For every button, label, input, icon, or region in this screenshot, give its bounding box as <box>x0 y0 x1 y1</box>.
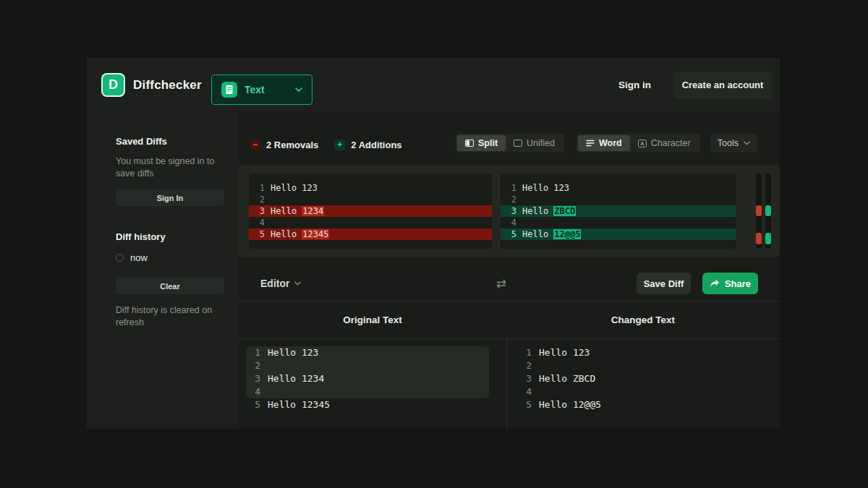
split-icon <box>465 140 474 147</box>
character-diff-button[interactable]: A Character <box>630 135 699 151</box>
diff-line: 2 <box>249 194 492 205</box>
diff-line: 2 <box>501 194 736 205</box>
sidebar: Saved Diffs You must be signed in to sav… <box>87 112 239 429</box>
chevron-down-icon <box>294 281 301 286</box>
diff-history-title: Diff history <box>116 231 166 242</box>
chevron-down-icon <box>744 141 750 145</box>
header: D Diffchecker Text Sign in Create an acc… <box>87 58 780 112</box>
share-icon <box>710 279 720 288</box>
app-window: D Diffchecker Text Sign in Create an acc… <box>87 58 780 429</box>
original-text-title: Original Text <box>239 301 506 338</box>
saved-diffs-title: Saved Diffs <box>116 136 167 147</box>
sidebar-sign-in-button[interactable]: Sign In <box>116 189 224 206</box>
editor-line: 5Hello 12345 <box>239 398 506 411</box>
svg-text:A: A <box>640 140 644 147</box>
editor-line: 3Hello 1234 <box>239 372 506 385</box>
diffchecker-logo[interactable]: D <box>101 73 125 97</box>
changed-editor[interactable]: 1Hello 123 2 3Hello ZBCD 4 5Hello 12@@5 <box>507 338 780 429</box>
diff-line: 1Hello 123 <box>501 182 736 194</box>
changed-text-title: Changed Text <box>506 301 780 338</box>
additions-icon: + <box>334 140 345 150</box>
minimap-additions[interactable] <box>765 174 771 249</box>
diff-result-panel: 1Hello 123 2 3Hello 1234 4 5Hello 12345 … <box>239 165 780 257</box>
diff-line: 4 <box>501 217 736 228</box>
minimap-addition-mark <box>765 205 771 217</box>
additions-count: 2 Additions <box>351 140 401 150</box>
logo-letter: D <box>109 77 118 93</box>
diff-type-label: Text <box>244 84 265 95</box>
history-note: Diff history is cleared on refresh <box>116 304 217 329</box>
diff-line-added: 5Hello 12@@5 <box>501 228 736 240</box>
editor-line: 1Hello 123 <box>239 346 506 359</box>
chevron-down-icon <box>295 87 302 92</box>
view-mode-toggle: Split Unified <box>456 134 564 153</box>
minimap-addition-mark <box>765 233 771 244</box>
save-diff-button[interactable]: Save Diff <box>637 273 691 294</box>
editor-line: 2 <box>507 359 780 372</box>
removals-icon: − <box>250 140 260 150</box>
tools-dropdown[interactable]: Tools <box>710 134 757 153</box>
diff-line-added: 3Hello ZBCD <box>501 205 736 217</box>
create-account-button[interactable]: Create an account <box>673 72 773 99</box>
removals-count: 2 Removals <box>266 140 318 150</box>
editor-dropdown[interactable]: Editor <box>260 278 301 289</box>
editor-toolbar: Editor ⇄ Save Diff Share <box>239 266 780 301</box>
diff-pane-changed: 1Hello 123 2 3Hello ZBCD 4 5Hello 12@@5 <box>501 174 736 249</box>
editor-line: 1Hello 123 <box>507 346 780 359</box>
clear-history-button[interactable]: Clear <box>116 278 224 294</box>
editor-line: 4 <box>239 385 506 398</box>
diff-type-dropdown[interactable]: Text <box>211 74 312 105</box>
editor-line: 4 <box>507 385 780 398</box>
minimap-removal-mark <box>756 205 762 217</box>
diff-granularity-toggle: Word A Character <box>576 134 700 153</box>
main-content: − 2 Removals + 2 Additions Split Unified… <box>239 112 780 429</box>
history-radio-icon <box>116 254 124 262</box>
minimap-removal-mark <box>756 233 762 244</box>
header-actions: Sign in Create an account <box>618 58 773 112</box>
editor-line: 5Hello 12@@5 <box>507 398 780 411</box>
diff-pane-original: 1Hello 123 2 3Hello 1234 4 5Hello 12345 <box>249 174 492 249</box>
share-button[interactable]: Share <box>702 273 758 294</box>
character-icon: A <box>638 140 647 147</box>
diff-line: 1Hello 123 <box>249 182 492 194</box>
text-file-icon <box>221 82 237 98</box>
diff-stats: − 2 Removals + 2 Additions <box>250 136 402 153</box>
word-icon <box>586 140 595 147</box>
brand-wordmark: Diffchecker <box>133 58 202 112</box>
unified-view-button[interactable]: Unified <box>506 135 563 151</box>
unified-icon <box>514 140 522 147</box>
split-view-button[interactable]: Split <box>457 135 506 151</box>
diff-line: 4 <box>249 217 492 228</box>
saved-diffs-note: You must be signed in to save diffs <box>116 155 217 180</box>
history-item-now[interactable]: now <box>116 252 148 263</box>
diff-line-removed: 3Hello 1234 <box>249 205 492 217</box>
swap-texts-icon[interactable]: ⇄ <box>496 276 506 291</box>
word-diff-button[interactable]: Word <box>578 135 630 151</box>
editor-line: 2 <box>239 359 506 372</box>
editor-column-headers: Original Text Changed Text <box>239 301 780 338</box>
original-editor[interactable]: 1Hello 123 2 3Hello 1234 4 5Hello 12345 <box>239 338 506 429</box>
sign-in-link[interactable]: Sign in <box>618 80 651 90</box>
diff-line-removed: 5Hello 12345 <box>249 228 492 240</box>
editor-line: 3Hello ZBCD <box>507 372 780 385</box>
minimap-removals[interactable] <box>756 174 762 249</box>
